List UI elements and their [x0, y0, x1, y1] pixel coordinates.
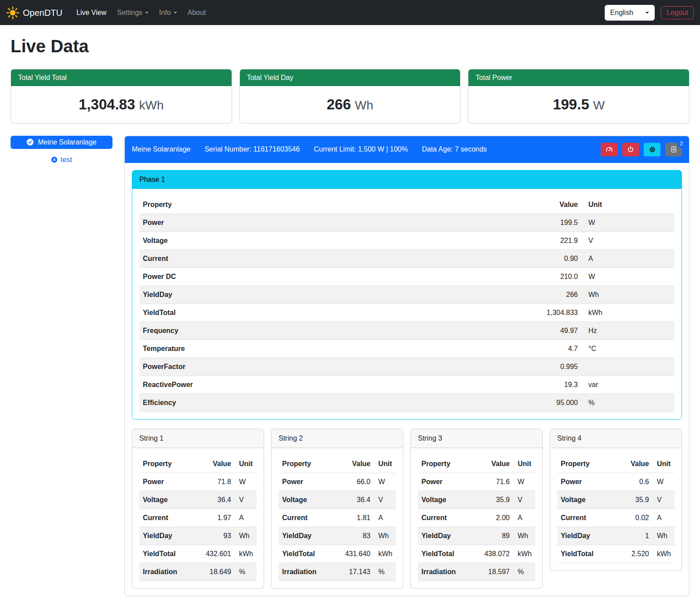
- property-cell: Frequency: [139, 322, 404, 340]
- strings-row: String 1 Property Value Unit: [132, 429, 682, 589]
- table-header-row: Property Value Unit: [139, 196, 675, 214]
- limit-settings-button[interactable]: [601, 143, 617, 156]
- string-card-title: String 3: [411, 429, 542, 448]
- value-cell: 17.143: [332, 563, 374, 581]
- string-card-title: String 2: [272, 429, 403, 448]
- sidebar-inverter-selected[interactable]: Meine Solaranlage: [11, 136, 112, 149]
- table-row: YieldTotal 2.520 kWh: [557, 545, 675, 563]
- unit-cell: kWh: [581, 304, 675, 322]
- table-row: Temperature 4.7 °C: [139, 340, 675, 358]
- value-cell: 66.0: [332, 473, 374, 491]
- table-row: Efficiency 95.000 %: [139, 394, 675, 412]
- inverter-data-age: Data Age: 7 seconds: [422, 144, 487, 155]
- property-header: Property: [139, 455, 193, 473]
- value-header: Value: [332, 455, 374, 473]
- property-cell: YieldTotal: [557, 545, 616, 563]
- property-cell: Voltage: [139, 491, 193, 509]
- sidebar-inverter-label: test: [61, 155, 72, 165]
- property-cell: Current: [279, 509, 332, 527]
- unit-cell: var: [581, 376, 675, 394]
- table-row: Voltage 221.9 V: [139, 232, 675, 250]
- power-settings-button[interactable]: [622, 143, 639, 156]
- brand[interactable]: OpenDTU: [6, 6, 62, 19]
- value-cell: 1.97: [193, 509, 235, 527]
- nav-item-label: Info: [159, 7, 171, 18]
- table-header-row: Property Value Unit: [139, 455, 257, 473]
- property-cell: Temperature: [139, 340, 404, 358]
- power-icon: [627, 146, 634, 153]
- property-cell: ReactivePower: [139, 376, 404, 394]
- property-cell: Irradiation: [139, 563, 193, 581]
- navbar-right: English Logout: [605, 5, 694, 21]
- value-cell: 71.8: [193, 473, 235, 491]
- phase-table-body: Power 199.5 W Voltage 221.9 V Current: [139, 213, 675, 412]
- language-select[interactable]: English: [605, 5, 655, 21]
- cpu-chip-icon: [649, 146, 656, 153]
- summary-card-total-yield-total: Total Yield Total 1,304.83kWh: [11, 69, 232, 123]
- property-cell: Power DC: [139, 268, 404, 286]
- string-card-4: String 4 Property Value Unit: [550, 429, 682, 571]
- value-cell: 89: [472, 527, 513, 545]
- unit-cell: A: [374, 509, 396, 527]
- property-cell: YieldTotal: [418, 545, 472, 563]
- value-header: Value: [616, 455, 653, 473]
- inverter-actions: 2: [601, 143, 682, 156]
- unit-cell: A: [653, 509, 675, 527]
- property-cell: YieldTotal: [279, 545, 332, 563]
- summary-card-value: 1,304.83: [79, 96, 135, 112]
- nav-item-live-view[interactable]: Live View: [71, 4, 112, 22]
- nav-item-settings[interactable]: Settings: [112, 4, 154, 22]
- unit-cell: °C: [581, 340, 675, 358]
- table-row: YieldDay 1 Wh: [557, 527, 675, 545]
- string-table-body: Power 71.8 W Voltage 36.4 V: [139, 473, 257, 581]
- value-cell: 35.9: [472, 491, 513, 509]
- string-card-title: String 1: [132, 429, 264, 448]
- table-row: YieldTotal 1,304.833 kWh: [139, 304, 675, 322]
- unit-cell: A: [235, 509, 257, 527]
- nav-item-about[interactable]: About: [182, 4, 211, 22]
- logout-button[interactable]: Logout: [661, 6, 694, 19]
- nav-item-info[interactable]: Info: [154, 4, 182, 22]
- summary-card-value: 266: [326, 96, 351, 112]
- property-cell: PowerFactor: [139, 358, 404, 376]
- unit-header: Unit: [513, 455, 535, 473]
- unit-cell: %: [235, 563, 257, 581]
- summary-row: Total Yield Total 1,304.83kWh Total Yiel…: [11, 69, 689, 123]
- table-row: Current 2.00 A: [418, 509, 535, 527]
- unit-cell: kWh: [653, 545, 675, 563]
- table-row: PowerFactor 0.995: [139, 358, 675, 376]
- device-info-button[interactable]: [644, 143, 660, 156]
- property-cell: Current: [418, 509, 472, 527]
- table-row: Irradiation 18.649 %: [139, 563, 257, 581]
- value-cell: 199.5: [404, 213, 581, 232]
- sidebar-inverter-test[interactable]: test: [11, 155, 112, 165]
- inverter-sidebar: Meine Solaranlage test: [11, 136, 112, 165]
- unit-cell: V: [513, 491, 535, 509]
- chevron-down-icon: [646, 12, 649, 14]
- table-header-row: Property Value Unit: [279, 455, 396, 473]
- nav-item-label: About: [188, 7, 206, 18]
- property-header: Property: [279, 455, 332, 473]
- value-cell: 93: [193, 527, 235, 545]
- table-row: Power 71.6 W: [418, 473, 535, 491]
- unit-cell: W: [653, 473, 675, 491]
- table-row: Frequency 49.97 Hz: [139, 322, 675, 340]
- table-row: YieldDay 93 Wh: [139, 527, 257, 545]
- string-table: Property Value Unit Power 71.8: [139, 455, 257, 581]
- property-cell: Current: [139, 509, 193, 527]
- string-table-body: Power 66.0 W Voltage 36.4 V: [279, 473, 396, 581]
- property-cell: YieldDay: [557, 527, 616, 545]
- unit-cell: A: [581, 250, 675, 268]
- value-cell: 71.6: [472, 473, 513, 491]
- unit-cell: V: [374, 491, 396, 509]
- string-table: Property Value Unit Power 66.0: [279, 455, 396, 581]
- chevron-down-icon: [174, 12, 177, 14]
- nav-item-label: Live View: [76, 7, 106, 18]
- table-row: Current 1.81 A: [279, 509, 396, 527]
- property-header: Property: [139, 196, 404, 214]
- value-cell: 2.00: [472, 509, 513, 527]
- value-cell: 49.97: [404, 322, 581, 340]
- event-log-button[interactable]: 2: [665, 143, 682, 156]
- unit-cell: %: [513, 563, 535, 581]
- value-cell: 1,304.833: [404, 304, 581, 322]
